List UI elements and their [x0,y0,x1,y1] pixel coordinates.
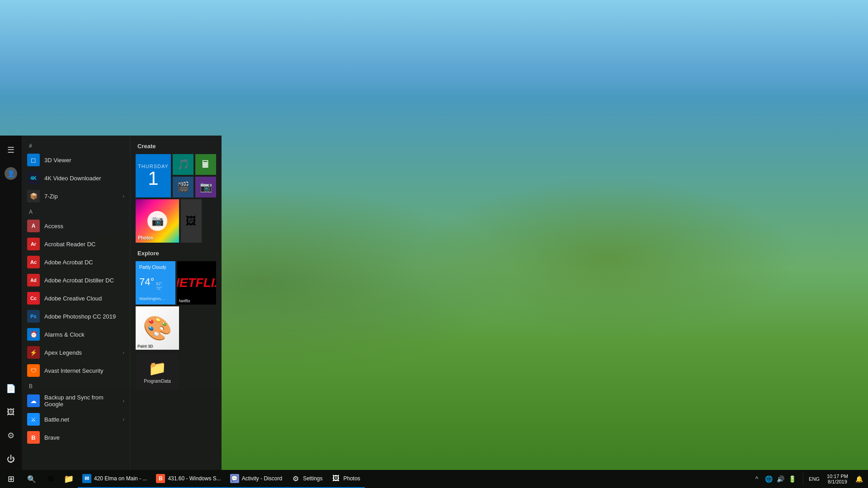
netflix-tile-label: Netflix [179,299,190,303]
start-sidebar: ☰ 👤 📄 🖼 ⚙ ⏻ [0,136,22,470]
taskbar-discord[interactable]: 💬 Activity - Discord [226,470,287,488]
app-acrobat-reader[interactable]: Ar Acrobat Reader DC [22,235,130,253]
tile-camera[interactable]: 📷 [195,177,216,197]
tile-calculator[interactable]: 🖩 [195,154,216,175]
tile-paint3d[interactable]: 🎨 Paint 3D [136,306,179,350]
taskbar-outlook[interactable]: ✉ 420 Elma on Main - ... [78,470,151,488]
app-label-backup-sync: Backup and Sync from Google [44,394,118,408]
systray-divider [803,472,803,486]
app-icon-battle-net: ⚔ [27,413,40,426]
folder-icon: 📁 [148,360,166,377]
app-icon-3d-viewer: ◻ [27,154,40,166]
start-app-list: # ◻ 3D Viewer 4K 4K Video Downloader 📦 7… [22,136,130,470]
app-label-4k-video: 4K Video Downloader [44,175,101,182]
systray-network[interactable]: 🌐 [763,470,774,488]
photos-label: Photos [343,475,360,482]
app-chevron-battle: › [123,417,124,422]
app-icon-brave: B [27,431,40,444]
app-brave[interactable]: B Brave [22,428,130,446]
settings-icon: ⚙ [7,431,14,441]
sidebar-user[interactable]: 👤 [0,163,22,184]
notification-icon: 🔔 [855,475,863,483]
outlook-icon: ✉ [82,474,91,483]
tile-weather[interactable]: Partly Cloudy 74° 82° 72° Washington,... [136,261,175,305]
app-avast[interactable]: 🛡 Avast Internet Security [22,361,130,380]
app-label-photoshop: Adobe Photoshop CC 2019 [44,313,116,320]
clock-time: 10:17 PM [827,474,848,479]
taskbar-search[interactable]: 🔍 [22,470,42,488]
app-adobe-acrobat[interactable]: Ac Adobe Acrobat DC [22,253,130,271]
app-label-access: Access [44,223,63,230]
taskbar-photos[interactable]: 🖼 Photos [327,470,364,488]
taskbar-clock[interactable]: 10:17 PM 8/1/2019 [823,470,852,488]
language-indicator[interactable]: ENG [807,476,821,482]
app-apex-legends[interactable]: ⚡ Apex Legends › [22,343,130,361]
tile-programdata[interactable]: 📁 ProgramData [136,353,179,389]
app-icon-photoshop: Ps [27,310,40,323]
app-access[interactable]: A Access [22,217,130,235]
calculator-icon: 🖩 [201,159,211,170]
tile-image-preview[interactable]: 🖼 [181,199,202,243]
sidebar-hamburger[interactable]: ☰ [0,139,22,161]
tile-photos[interactable]: 📷 Photos [136,199,179,243]
paint3d-icon: 🎨 [143,314,172,342]
netflix-logo: NETFLIX [177,276,216,290]
brave-icon: B [156,474,165,483]
systray-battery[interactable]: 🔋 [787,470,797,488]
app-icon-adobe-distiller: Ad [27,274,40,286]
sidebar-documents[interactable]: 📄 [0,378,22,399]
taskbar-file-explorer[interactable]: 📁 [60,470,78,488]
clock-date: 8/1/2019 [828,479,847,484]
task-view-button[interactable]: ⧉ [42,470,60,488]
sidebar-settings[interactable]: ⚙ [0,425,22,446]
app-label-brave: Brave [44,434,60,441]
notification-button[interactable]: 🔔 [854,470,864,488]
pictures-icon: 🖼 [7,408,15,417]
battery-icon: 🔋 [788,475,796,483]
app-label-7zip: 7-Zip [44,193,58,200]
app-photoshop[interactable]: Ps Adobe Photoshop CC 2019 [22,307,130,325]
windows-icon: ⊞ [8,474,14,484]
weather-location: Washington,... [139,296,165,301]
app-adobe-distiller[interactable]: Ad Adobe Acrobat Distiller DC [22,271,130,289]
app-icon-access: A [27,220,40,232]
chevron-icon: ^ [755,475,759,483]
app-3d-viewer[interactable]: ◻ 3D Viewer [22,151,130,169]
tile-groove-music[interactable]: 🎵 [173,154,193,175]
app-label-battle-net: Battle.net [44,416,69,423]
tile-netflix[interactable]: NETFLIX Netflix [177,261,216,305]
app-chevron-apex: › [123,350,124,355]
sidebar-pictures[interactable]: 🖼 [0,401,22,423]
power-icon: ⏻ [7,455,15,464]
weather-temp: 74° [139,276,154,288]
app-7zip[interactable]: 📦 7-Zip › [22,187,130,205]
image-icon: 🖼 [186,215,197,227]
app-label-avast: Avast Internet Security [44,367,104,374]
tile-movies-tv[interactable]: 🎬 [173,177,193,197]
tile-calendar[interactable]: Thursday 1 [136,154,171,197]
start-button[interactable]: ⊞ [0,470,22,488]
app-backup-sync[interactable]: ☁ Backup and Sync from Google › [22,391,130,410]
outlook-label: 420 Elma on Main - ... [94,475,147,482]
taskbar: ⊞ 🔍 ⧉ 📁 ✉ 420 Elma on Main - ... B 431.6… [0,470,868,488]
app-label-adobe-acrobat: Adobe Acrobat DC [44,259,93,266]
systray-volume[interactable]: 🔊 [775,470,786,488]
app-battle-net[interactable]: ⚔ Battle.net › [22,410,130,428]
desktop: ☰ 👤 📄 🖼 ⚙ ⏻ # ◻ 3D V [0,0,868,488]
app-icon-avast: 🛡 [27,364,40,377]
systray-chevron[interactable]: ^ [751,470,762,488]
app-label-3d-viewer: 3D Viewer [44,157,71,164]
sidebar-power[interactable]: ⏻ [0,448,22,470]
app-chevron-7zip: › [123,194,124,199]
calendar-day-name: Thursday [138,164,169,169]
brave-label: 431.60 - Windows S... [168,475,221,482]
settings-label: Settings [303,475,322,482]
app-alarms-clock[interactable]: ⏰ Alarms & Clock [22,325,130,343]
app-4k-video[interactable]: 4K 4K Video Downloader [22,169,130,187]
paint3d-tile-label: Paint 3D [137,344,153,348]
settings-icon: ⚙ [291,474,300,483]
app-creative-cloud[interactable]: Cc Adobe Creative Cloud [22,289,130,307]
taskbar-settings[interactable]: ⚙ Settings [287,470,327,488]
taskbar-brave[interactable]: B 431.60 - Windows S... [151,470,225,488]
discord-icon: 💬 [230,474,239,483]
